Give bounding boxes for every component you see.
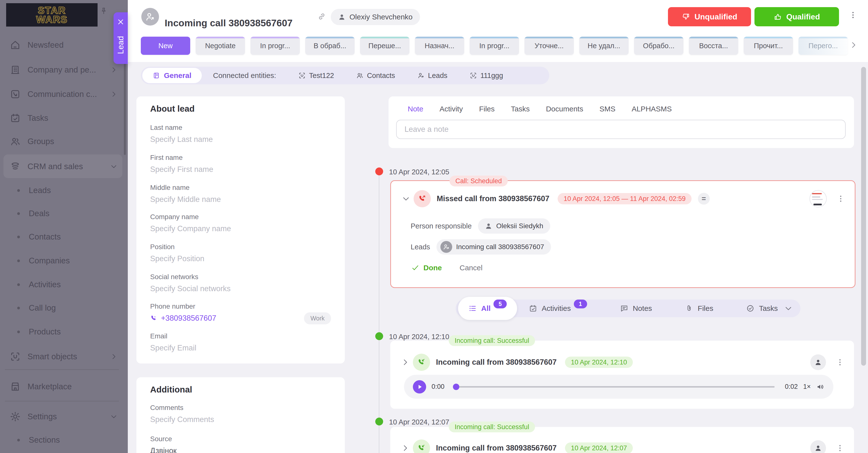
audio-progress-track[interactable] <box>455 386 775 388</box>
sidebar-item-contacts[interactable]: Contacts <box>10 228 125 246</box>
sidebar-item-call-log[interactable]: Call log <box>10 299 125 316</box>
field-email[interactable]: Email Specify Email <box>150 332 331 352</box>
field-placeholder[interactable]: Specify Position <box>150 254 331 263</box>
sidebar-item-leads[interactable]: Leads <box>10 182 125 199</box>
filter-notes[interactable]: Notes <box>620 304 652 313</box>
sidebar-item-products[interactable]: Products <box>10 323 125 340</box>
field-placeholder[interactable]: Specify Email <box>150 344 331 352</box>
stage-vossta[interactable]: Восста... <box>689 37 738 55</box>
entity-111ggg[interactable]: 111ggg <box>470 72 503 80</box>
sidebar-item-company-and-people[interactable]: Company and pe... <box>10 61 118 79</box>
person-responsible-chip[interactable]: Oleksii Siedykh <box>478 218 550 234</box>
tab-activity[interactable]: Activity <box>439 105 463 113</box>
note-input[interactable] <box>396 120 846 139</box>
lead-panel-tab[interactable]: Lead <box>114 12 128 64</box>
stage-prochit[interactable]: Прочит... <box>744 37 793 55</box>
expand-icon[interactable] <box>401 358 409 366</box>
volume-icon[interactable] <box>816 383 825 391</box>
field-placeholder[interactable]: Specify Social networks <box>150 284 331 293</box>
tab-sms[interactable]: SMS <box>599 105 615 113</box>
copy-link-icon[interactable] <box>317 12 326 21</box>
sidebar-item-smart-objects[interactable]: Smart objects <box>10 348 118 365</box>
main-scrollbar[interactable] <box>861 67 866 366</box>
sidebar-item-tasks[interactable]: Tasks <box>10 109 118 126</box>
stage-in-progress-1[interactable]: In progr... <box>250 37 300 55</box>
field-placeholder[interactable]: Specify First name <box>150 165 331 174</box>
audio-progress-knob[interactable] <box>453 384 459 390</box>
stages-scroll-right-icon[interactable] <box>849 41 858 49</box>
play-button[interactable] <box>413 380 426 394</box>
field-social-networks[interactable]: Social networks Specify Social networks <box>150 273 331 293</box>
stage-v-obrab[interactable]: В обраб... <box>305 37 354 55</box>
sidebar-item-newsfeed[interactable]: Newsfeed <box>10 36 118 54</box>
tab-tasks[interactable]: Tasks <box>511 105 530 113</box>
cancel-button[interactable]: Cancel <box>460 264 483 272</box>
call-status-badge: Call: Scheduled <box>450 176 508 187</box>
tab-alphasms[interactable]: ALPHASMS <box>631 105 672 113</box>
field-placeholder[interactable]: Specify Middle name <box>150 195 331 204</box>
field-first-name[interactable]: First name Specify First name <box>150 154 331 174</box>
field-position[interactable]: Position Specify Position <box>150 243 331 263</box>
tab-documents[interactable]: Documents <box>546 105 583 113</box>
unqualified-button[interactable]: Unqualified <box>668 7 751 26</box>
sidebar-item-deals[interactable]: Deals <box>10 205 125 222</box>
priority-icon[interactable]: = <box>698 193 710 205</box>
card-more-menu-icon[interactable] <box>837 195 845 203</box>
filter-activities[interactable]: Activities 1 <box>529 304 587 313</box>
field-middle-name[interactable]: Middle name Specify Middle name <box>150 184 331 204</box>
attachment-thumbnail[interactable] <box>809 190 827 207</box>
sidebar-item-companies[interactable]: Companies <box>10 252 125 269</box>
stage-negotiate[interactable]: Negotiate <box>196 37 245 55</box>
stage-in-progress-2[interactable]: In progr... <box>470 37 519 55</box>
stage-naznach[interactable]: Назнач... <box>415 37 464 55</box>
field-value[interactable]: Дзвінок <box>150 446 331 453</box>
lead-chip[interactable]: Incoming call 380938567607 <box>436 239 551 255</box>
field-comments[interactable]: Comments Specify Comments <box>150 404 331 424</box>
filter-all[interactable]: All 5 <box>458 297 517 320</box>
sidebar-item-crm-and-sales[interactable]: CRM and sales <box>10 158 118 175</box>
stage-new[interactable]: New <box>141 37 190 55</box>
filter-files[interactable]: Files <box>685 304 713 313</box>
sidebar-item-activities[interactable]: Activities <box>10 276 125 293</box>
field-placeholder[interactable]: Specify Comments <box>150 415 331 424</box>
filter-expand-icon[interactable] <box>784 304 793 313</box>
done-button[interactable]: Done <box>411 264 442 272</box>
pin-sidebar-icon[interactable] <box>99 7 108 15</box>
tab-general[interactable]: General <box>142 68 202 83</box>
workspace-logo[interactable]: STAR WARS <box>6 3 98 27</box>
qualified-button[interactable]: Qualified <box>754 7 839 26</box>
sidebar-item-communication-channels[interactable]: Communication c... <box>10 86 118 103</box>
sidebar-item-groups[interactable]: Groups <box>10 133 118 150</box>
card-more-menu-icon[interactable] <box>836 358 844 366</box>
field-last-name[interactable]: Last name Specify Last name <box>150 124 331 144</box>
field-company-name[interactable]: Company name Specify Company name <box>150 213 331 233</box>
avatar[interactable] <box>810 355 826 370</box>
close-icon[interactable] <box>117 18 125 26</box>
stage-utochne[interactable]: Уточне... <box>524 37 574 55</box>
collapse-icon[interactable] <box>402 195 410 203</box>
card-more-menu-icon[interactable] <box>836 444 844 452</box>
tab-files[interactable]: Files <box>479 105 494 113</box>
field-placeholder[interactable]: Specify Last name <box>150 135 331 144</box>
header-more-menu-icon[interactable] <box>849 11 857 19</box>
entity-test122[interactable]: Test122 <box>298 72 334 80</box>
sidebar-item-sections[interactable]: Sections <box>10 431 125 449</box>
stage-perego[interactable]: Перего... <box>799 37 848 55</box>
avatar[interactable] <box>810 440 826 453</box>
stage-pereshe[interactable]: Переше... <box>360 37 409 55</box>
sidebar-item-marketplace[interactable]: Marketplace <box>10 378 118 395</box>
stage-obrabo[interactable]: Обрабо... <box>634 37 683 55</box>
field-phone-number[interactable]: Phone number +380938567607 Work <box>150 303 331 323</box>
field-source[interactable]: Source Дзвінок <box>150 435 331 453</box>
field-placeholder[interactable]: Specify Company name <box>150 224 331 233</box>
expand-icon[interactable] <box>401 444 409 452</box>
entity-leads[interactable]: Leads <box>417 72 447 80</box>
filter-tasks[interactable]: Tasks <box>746 304 778 313</box>
entity-contacts[interactable]: Contacts <box>356 72 395 80</box>
sidebar-item-settings[interactable]: Settings <box>10 408 118 425</box>
tab-note[interactable]: Note <box>408 105 423 113</box>
owner-chip[interactable]: Olexiy Shevchenko <box>331 9 420 25</box>
stage-ne-udal[interactable]: Не удал... <box>579 37 629 55</box>
phone-number-link[interactable]: +380938567607 <box>161 314 216 323</box>
audio-playback-rate[interactable]: 1× <box>803 383 811 391</box>
